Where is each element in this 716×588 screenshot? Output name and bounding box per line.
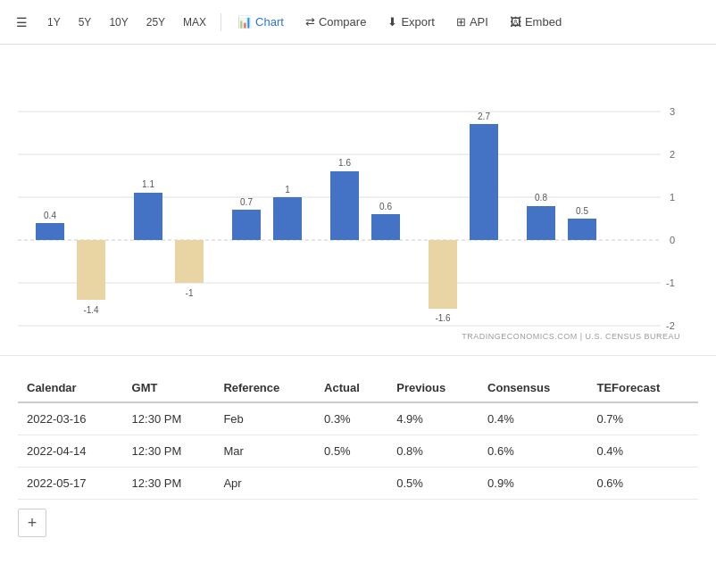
calendar-icon-button[interactable]: ☰ (7, 10, 37, 35)
bar-chart: 3 2 1 0 -1 -2 0.4 -1.4 1.1 -1 0.7 1 1.6 … (18, 54, 698, 330)
col-header-actual: Actual (315, 374, 387, 402)
bar-8 (429, 240, 457, 309)
col-header-gmt: GMT (123, 374, 215, 402)
y-label-minus2: -2 (666, 320, 675, 330)
chart-button[interactable]: 📊 Chart (229, 10, 293, 34)
cell-teforecast: 0.6% (588, 468, 699, 500)
cell-consensus: 0.6% (479, 435, 587, 468)
export-button[interactable]: ⬇ Export (379, 10, 444, 34)
compare-label: Compare (319, 15, 366, 29)
separator-1 (221, 13, 221, 31)
time-max-button[interactable]: MAX (176, 12, 213, 33)
table-row: 2022-03-1612:30 PMFeb0.3%4.9%0.4%0.7% (18, 402, 698, 435)
bar-9 (470, 124, 498, 240)
cell-previous: 0.5% (387, 468, 479, 500)
time-1y-button[interactable]: 1Y (40, 12, 68, 33)
cell-calendar: 2022-04-14 (18, 435, 123, 468)
bar-label-5: 1 (285, 185, 290, 195)
col-header-teforecast: TEForecast (588, 374, 699, 402)
bar-label-2: 1.1 (142, 179, 154, 189)
cell-previous: 4.9% (387, 402, 479, 435)
bar-label-0: 0.4 (44, 211, 56, 220)
calendar-icon: ☰ (16, 15, 28, 29)
cell-actual: 0.5% (315, 435, 387, 468)
col-header-consensus: Consensus (479, 374, 587, 402)
cell-gmt: 12:30 PM (123, 468, 215, 500)
y-label-3: 3 (670, 106, 675, 117)
cell-actual (315, 468, 387, 500)
bar-label-7: 0.6 (379, 202, 392, 211)
cell-gmt: 12:30 PM (123, 402, 215, 435)
compare-button[interactable]: ⇄ Compare (296, 10, 375, 34)
table-row: 2022-04-1412:30 PMMar0.5%0.8%0.6%0.4% (18, 435, 698, 468)
bar-label-3: -1 (186, 288, 194, 298)
chart-area: 3 2 1 0 -1 -2 0.4 -1.4 1.1 -1 0.7 1 1.6 … (0, 45, 716, 356)
bar-1 (77, 240, 105, 300)
embed-label: Embed (525, 15, 562, 29)
compare-icon: ⇄ (305, 15, 315, 29)
cell-reference: Mar (214, 435, 315, 468)
bar-4 (232, 210, 261, 240)
bar-7 (371, 214, 400, 240)
bar-11 (568, 219, 596, 240)
bar-5 (273, 197, 302, 240)
chart-attribution: TRADINGECONOMICS.COM | U.S. CENSUS BUREA… (18, 330, 698, 346)
bar-label-9: 2.7 (478, 112, 490, 121)
chart-label: Chart (255, 15, 284, 29)
bar-label-4: 0.7 (240, 197, 253, 207)
col-header-reference: Reference (214, 374, 315, 402)
cell-gmt: 12:30 PM (123, 435, 215, 468)
col-header-previous: Previous (387, 374, 479, 402)
api-label: API (470, 15, 488, 29)
bar-0 (36, 223, 64, 240)
bar-label-1: -1.4 (83, 305, 99, 315)
bar-label-8: -1.6 (435, 313, 451, 323)
export-label: Export (401, 15, 435, 29)
api-icon: ⊞ (456, 15, 466, 29)
col-header-calendar: Calendar (18, 374, 123, 402)
bar-10 (527, 206, 555, 240)
y-label-0: 0 (670, 235, 675, 245)
cell-consensus: 0.9% (479, 468, 587, 500)
y-label-minus1: -1 (666, 277, 675, 288)
add-row-button[interactable]: + (18, 509, 46, 537)
bar-2 (134, 193, 162, 240)
table-section: Calendar GMT Reference Actual Previous C… (0, 356, 716, 555)
cell-actual: 0.3% (315, 402, 387, 435)
cell-previous: 0.8% (387, 435, 479, 468)
export-icon: ⬇ (387, 15, 397, 29)
bar-6 (330, 171, 359, 240)
table-row: 2022-05-1712:30 PMApr0.5%0.9%0.6% (18, 468, 698, 500)
data-table: Calendar GMT Reference Actual Previous C… (18, 374, 698, 500)
chart-icon: 📊 (237, 15, 252, 29)
cell-calendar: 2022-05-17 (18, 468, 123, 500)
embed-button[interactable]: 🖼 Embed (501, 10, 570, 34)
time-10y-button[interactable]: 10Y (102, 12, 135, 33)
bar-label-11: 0.5 (576, 206, 588, 216)
cell-teforecast: 0.4% (588, 435, 699, 468)
bar-label-10: 0.8 (535, 193, 547, 203)
cell-reference: Apr (214, 468, 315, 500)
cell-calendar: 2022-03-16 (18, 402, 123, 435)
time-25y-button[interactable]: 25Y (139, 12, 172, 33)
api-button[interactable]: ⊞ API (447, 10, 497, 34)
y-label-2: 2 (670, 149, 675, 160)
bar-3 (175, 240, 204, 283)
toolbar: ☰ 1Y 5Y 10Y 25Y MAX 📊 Chart ⇄ Compare ⬇ … (0, 0, 716, 45)
y-label-1: 1 (670, 192, 675, 203)
time-5y-button[interactable]: 5Y (71, 12, 99, 33)
embed-icon: 🖼 (510, 15, 521, 29)
cell-consensus: 0.4% (479, 402, 587, 435)
cell-teforecast: 0.7% (588, 402, 699, 435)
bar-label-6: 1.6 (338, 158, 351, 168)
table-header-row: Calendar GMT Reference Actual Previous C… (18, 374, 698, 402)
cell-reference: Feb (214, 402, 315, 435)
